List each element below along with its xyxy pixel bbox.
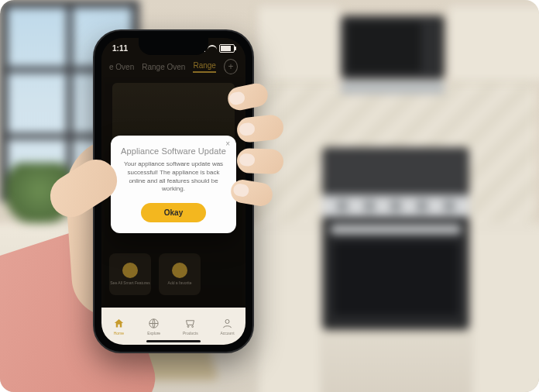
upper-cabinet: [257, 5, 341, 82]
modal-title: Appliance Software Update: [120, 146, 227, 156]
user-icon: [221, 318, 234, 330]
notch: [139, 38, 208, 55]
lower-cabinet: [257, 226, 322, 392]
phone-screen: 1:11 e Oven Range Oven Range +: [101, 38, 245, 345]
svg-point-1: [225, 320, 229, 324]
modal-body: Your appliance software update was succe…: [120, 160, 227, 194]
scene: 1:11 e Oven Range Oven Range +: [0, 0, 539, 392]
home-indicator[interactable]: [146, 340, 201, 342]
lower-cabinet: [471, 226, 539, 392]
bottom-nav: Home Explore Products Account: [101, 308, 245, 345]
okay-button[interactable]: Okay: [141, 203, 206, 222]
upper-cabinet: [448, 5, 539, 82]
phone-frame: 1:11 e Oven Range Oven Range +: [93, 29, 254, 353]
nav-label: Products: [183, 331, 198, 335]
home-icon: [112, 318, 125, 330]
nav-label: Home: [114, 331, 124, 335]
microwave: [341, 15, 445, 79]
nav-products[interactable]: Products: [183, 318, 198, 335]
software-update-modal: × Appliance Software Update Your applian…: [111, 136, 236, 233]
finger: [236, 148, 283, 174]
globe-icon: [148, 318, 160, 330]
range-oven: [322, 147, 469, 330]
nav-explore[interactable]: Explore: [147, 318, 160, 335]
wifi-icon: [208, 45, 217, 52]
battery-icon: [219, 44, 235, 53]
nav-home[interactable]: Home: [112, 318, 125, 335]
nav-account[interactable]: Account: [220, 318, 234, 335]
cart-icon: [184, 318, 197, 330]
status-time: 1:11: [112, 44, 128, 53]
close-icon[interactable]: ×: [225, 140, 230, 148]
nav-label: Account: [220, 331, 234, 335]
nav-label: Explore: [147, 331, 160, 335]
range-hood: [341, 81, 445, 95]
